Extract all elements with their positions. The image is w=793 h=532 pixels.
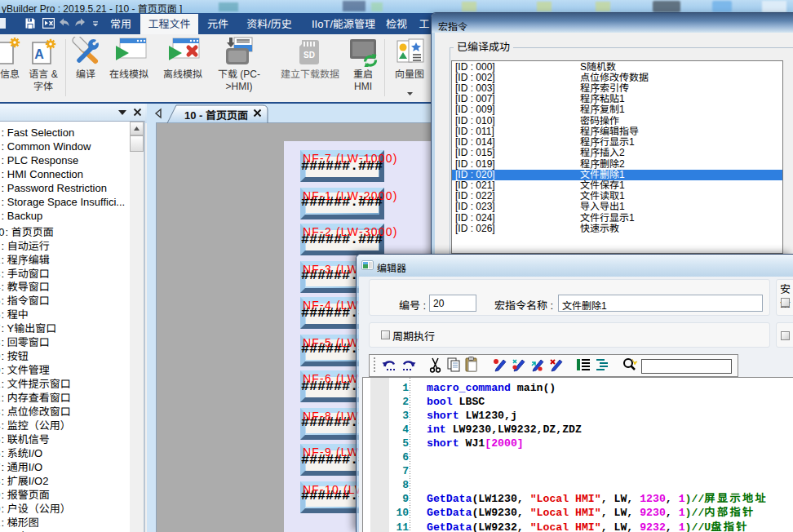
svg-text:SD: SD	[303, 51, 315, 60]
svg-text:A: A	[34, 47, 44, 61]
